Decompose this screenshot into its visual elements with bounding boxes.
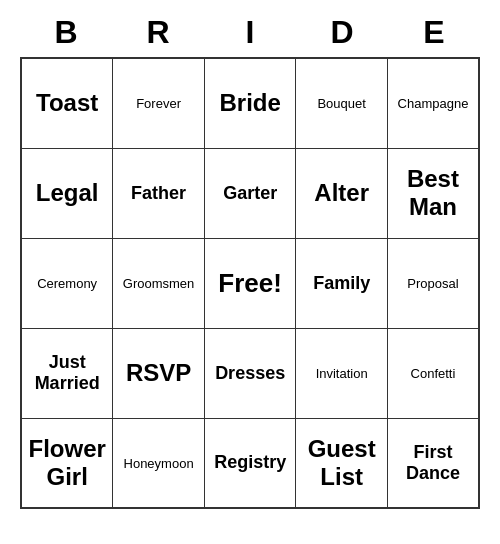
bingo-cell: Groomsmen: [113, 238, 205, 328]
bingo-cell: Garter: [204, 148, 296, 238]
bingo-header: BRIDE: [20, 10, 480, 55]
bingo-table: ToastForeverBrideBouquetChampagneLegalFa…: [20, 57, 480, 509]
cell-text: Father: [131, 183, 186, 203]
cell-text: Legal: [36, 179, 99, 206]
cell-text: Forever: [136, 96, 181, 111]
cell-text: Ceremony: [37, 276, 97, 291]
header-letter: R: [112, 10, 204, 55]
bingo-cell: Bride: [204, 58, 296, 148]
bingo-cell: Just Married: [21, 328, 113, 418]
bingo-cell: Flower Girl: [21, 418, 113, 508]
cell-text: Invitation: [316, 366, 368, 381]
bingo-cell: Free!: [204, 238, 296, 328]
cell-text: Toast: [36, 89, 98, 116]
header-letter: D: [296, 10, 388, 55]
header-letter: B: [20, 10, 112, 55]
cell-text: Registry: [214, 452, 286, 472]
cell-text: Honeymoon: [124, 456, 194, 471]
bingo-cell: Father: [113, 148, 205, 238]
cell-text: First Dance: [406, 442, 460, 483]
bingo-cell: Proposal: [387, 238, 479, 328]
bingo-cell: Champagne: [387, 58, 479, 148]
bingo-cell: Invitation: [296, 328, 387, 418]
bingo-cell: Ceremony: [21, 238, 113, 328]
cell-text: Garter: [223, 183, 277, 203]
bingo-cell: First Dance: [387, 418, 479, 508]
cell-text: Flower Girl: [28, 435, 105, 490]
bingo-cell: Registry: [204, 418, 296, 508]
cell-text: Champagne: [398, 96, 469, 111]
cell-text: Guest List: [308, 435, 376, 490]
bingo-cell: Legal: [21, 148, 113, 238]
table-row: LegalFatherGarterAlterBest Man: [21, 148, 479, 238]
bingo-cell: Confetti: [387, 328, 479, 418]
table-row: Flower GirlHoneymoonRegistryGuest ListFi…: [21, 418, 479, 508]
bingo-cell: Forever: [113, 58, 205, 148]
cell-text: Bride: [219, 89, 280, 116]
bingo-cell: Honeymoon: [113, 418, 205, 508]
cell-text: Confetti: [411, 366, 456, 381]
cell-text: RSVP: [126, 359, 191, 386]
cell-text: Proposal: [407, 276, 458, 291]
bingo-cell: Alter: [296, 148, 387, 238]
table-row: Just MarriedRSVPDressesInvitationConfett…: [21, 328, 479, 418]
bingo-cell: Bouquet: [296, 58, 387, 148]
cell-text: Just Married: [35, 352, 100, 393]
bingo-cell: RSVP: [113, 328, 205, 418]
cell-text: Family: [313, 273, 370, 293]
header-letter: E: [388, 10, 480, 55]
bingo-cell: Dresses: [204, 328, 296, 418]
cell-text: Alter: [314, 179, 369, 206]
table-row: CeremonyGroomsmenFree!FamilyProposal: [21, 238, 479, 328]
cell-text: Bouquet: [317, 96, 365, 111]
cell-text: Best Man: [407, 165, 459, 220]
bingo-cell: Family: [296, 238, 387, 328]
header-letter: I: [204, 10, 296, 55]
table-row: ToastForeverBrideBouquetChampagne: [21, 58, 479, 148]
cell-text: Free!: [218, 268, 282, 298]
bingo-cell: Toast: [21, 58, 113, 148]
cell-text: Dresses: [215, 363, 285, 383]
bingo-cell: Guest List: [296, 418, 387, 508]
cell-text: Groomsmen: [123, 276, 195, 291]
bingo-cell: Best Man: [387, 148, 479, 238]
